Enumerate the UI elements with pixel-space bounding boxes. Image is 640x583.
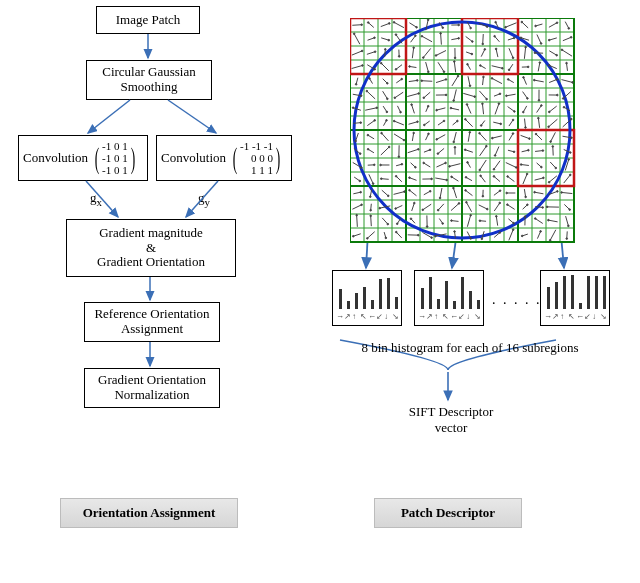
svg-point-240: [506, 95, 508, 97]
svg-point-434: [526, 173, 528, 175]
svg-point-560: [512, 229, 514, 231]
svg-point-562: [521, 235, 523, 237]
svg-point-344: [571, 137, 573, 139]
svg-point-410: [359, 180, 361, 182]
svg-line-3: [86, 181, 118, 217]
svg-point-274: [522, 111, 524, 113]
svg-point-246: [557, 94, 559, 96]
svg-point-146: [525, 46, 527, 48]
svg-point-370: [528, 149, 530, 151]
svg-point-538: [352, 235, 354, 237]
svg-point-206: [491, 78, 493, 80]
svg-point-76: [486, 26, 488, 28]
svg-point-128: [398, 56, 400, 58]
svg-point-454: [439, 197, 441, 199]
svg-point-58: [361, 24, 363, 26]
svg-point-396: [479, 169, 481, 171]
svg-point-334: [492, 137, 494, 139]
svg-point-68: [427, 19, 429, 21]
svg-point-242: [527, 98, 529, 100]
svg-point-342: [550, 141, 552, 143]
svg-point-222: [387, 98, 389, 100]
svg-point-184: [566, 62, 568, 64]
svg-point-368: [513, 151, 515, 153]
svg-point-568: [566, 238, 568, 240]
svg-point-140: [484, 49, 486, 51]
svg-point-292: [424, 124, 426, 126]
svg-point-350: [388, 146, 390, 148]
svg-point-96: [395, 34, 397, 36]
svg-point-148: [534, 52, 536, 54]
svg-point-550: [435, 235, 437, 237]
svg-point-62: [388, 23, 390, 25]
svg-point-468: [534, 191, 536, 193]
svg-point-94: [388, 39, 390, 41]
svg-point-424: [451, 176, 453, 178]
svg-point-214: [556, 79, 558, 81]
svg-point-514: [410, 218, 412, 220]
svg-point-198: [445, 79, 447, 81]
svg-point-290: [417, 121, 419, 123]
svg-point-82: [521, 21, 523, 23]
svg-point-264: [450, 107, 452, 109]
svg-point-340: [535, 133, 537, 135]
svg-point-460: [482, 195, 484, 197]
svg-point-506: [356, 214, 358, 216]
svg-point-426: [465, 177, 467, 179]
svg-point-316: [367, 134, 369, 136]
svg-point-138: [471, 53, 473, 55]
svg-point-476: [370, 209, 372, 211]
svg-point-448: [404, 191, 406, 193]
svg-point-366: [494, 155, 496, 157]
svg-point-108: [482, 43, 484, 45]
svg-point-122: [361, 50, 363, 52]
svg-point-228: [423, 97, 425, 99]
svg-point-72: [458, 24, 460, 26]
svg-point-332: [479, 132, 481, 134]
svg-point-216: [572, 82, 574, 84]
hist-caption: 8 bin histogram for each of 16 subregion…: [330, 340, 610, 356]
svg-point-522: [470, 214, 472, 216]
svg-point-406: [555, 167, 557, 169]
svg-point-376: [570, 152, 572, 154]
svg-point-124: [374, 51, 376, 53]
svg-point-306: [525, 127, 527, 129]
svg-point-254: [386, 111, 388, 113]
svg-point-100: [421, 35, 423, 37]
svg-point-524: [479, 220, 481, 222]
svg-point-302: [500, 123, 502, 125]
svg-point-304: [512, 119, 514, 121]
svg-line-57: [352, 25, 361, 26]
svg-point-480: [395, 208, 397, 210]
svg-point-160: [395, 69, 397, 71]
svg-point-328: [453, 141, 455, 143]
svg-point-154: [362, 65, 364, 67]
svg-point-78: [495, 21, 497, 23]
svg-point-374: [552, 146, 554, 148]
svg-point-286: [386, 120, 388, 122]
svg-point-436: [543, 177, 545, 179]
svg-point-106: [472, 41, 474, 43]
svg-point-416: [395, 175, 397, 177]
svg-point-258: [411, 104, 413, 106]
sift-label: SIFT Descriptor vector: [396, 404, 506, 436]
svg-point-74: [470, 27, 472, 29]
svg-point-230: [445, 94, 447, 96]
svg-point-162: [409, 66, 411, 68]
svg-point-518: [442, 223, 444, 225]
svg-point-372: [542, 150, 544, 152]
svg-point-312: [571, 118, 573, 120]
svg-point-528: [513, 222, 515, 224]
svg-point-364: [486, 145, 488, 147]
svg-point-564: [540, 231, 542, 233]
svg-point-324: [428, 133, 430, 135]
svg-point-90: [353, 33, 355, 35]
svg-point-378: [360, 167, 362, 169]
svg-point-318: [381, 132, 383, 134]
svg-point-80: [505, 26, 507, 28]
svg-point-282: [360, 122, 362, 124]
svg-point-284: [374, 120, 376, 122]
svg-point-432: [507, 176, 509, 178]
svg-point-152: [561, 49, 563, 51]
svg-point-256: [400, 111, 402, 113]
